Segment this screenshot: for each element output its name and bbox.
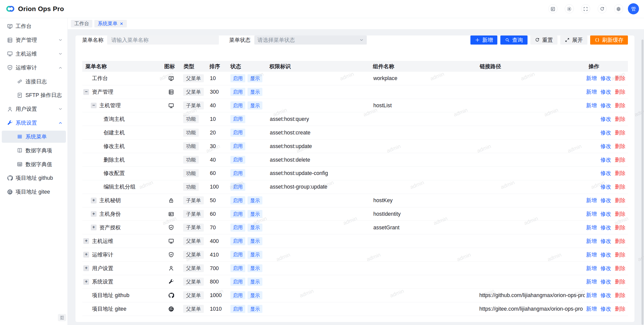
row-edit-link[interactable]: 修改 <box>600 129 611 136</box>
row-add-link[interactable]: 新增 <box>586 197 597 204</box>
user-avatar[interactable]: 管 <box>628 3 639 14</box>
collapse-row-button[interactable]: − <box>91 103 97 109</box>
sidebar-item-工作台[interactable]: 工作台 <box>0 19 67 33</box>
row-add-link[interactable]: 新增 <box>586 278 597 285</box>
row-delete-link[interactable]: 删除 <box>615 292 625 299</box>
row-add-link[interactable]: 新增 <box>586 265 597 272</box>
row-delete-link[interactable]: 删除 <box>615 129 625 136</box>
row-edit-link[interactable]: 修改 <box>600 238 611 245</box>
row-edit-link[interactable]: 修改 <box>600 170 611 177</box>
row-delete-link[interactable]: 删除 <box>615 305 625 312</box>
settings-button[interactable] <box>614 4 623 13</box>
row-edit-link[interactable]: 修改 <box>600 305 611 312</box>
row-add-link[interactable]: 新增 <box>586 88 597 95</box>
row-delete-link[interactable]: 删除 <box>615 102 625 109</box>
menu-name-input[interactable] <box>107 35 219 45</box>
sidebar-item-项目地址 gitee[interactable]: 项目地址 gitee <box>0 185 67 199</box>
tab-工作台[interactable]: 工作台 <box>71 20 92 27</box>
fullscreen-button[interactable] <box>581 4 590 13</box>
theme-toggle-button[interactable] <box>565 4 574 13</box>
row-edit-link[interactable]: 修改 <box>600 116 611 123</box>
app-logo[interactable]: Orion Ops Pro <box>0 4 64 13</box>
expand-row-button[interactable]: + <box>91 211 97 217</box>
row-add-link[interactable]: 新增 <box>586 305 597 312</box>
row-edit-link[interactable]: 修改 <box>600 197 611 204</box>
menu-icon-cell <box>164 103 183 109</box>
permission-cell: asset:host-group:update <box>267 184 370 190</box>
row-edit-link[interactable]: 修改 <box>600 265 611 272</box>
row-delete-link[interactable]: 删除 <box>615 170 625 177</box>
expand-row-button[interactable]: + <box>91 225 97 230</box>
row-delete-link[interactable]: 删除 <box>615 210 625 218</box>
row-add-link[interactable]: 新增 <box>586 292 597 299</box>
row-edit-link[interactable]: 修改 <box>600 183 611 190</box>
expand-row-button[interactable]: + <box>83 279 89 285</box>
row-edit-link[interactable]: 修改 <box>600 102 611 109</box>
sidebar-item-系统菜单[interactable]: 系统菜单 <box>2 131 66 142</box>
sidebar-item-用户设置[interactable]: 用户设置 <box>0 102 67 116</box>
row-add-link[interactable]: 新增 <box>586 251 597 258</box>
row-delete-link[interactable]: 删除 <box>615 251 625 258</box>
sidebar-item-项目地址 github[interactable]: 项目地址 github <box>0 171 67 185</box>
close-icon[interactable] <box>119 22 124 26</box>
page-scrollbar[interactable] <box>641 40 643 325</box>
row-delete-link[interactable]: 删除 <box>615 183 625 190</box>
menu-status-select[interactable]: 请选择菜单状态 <box>254 35 367 45</box>
refresh-cache-button[interactable]: 刷新缓存 <box>590 35 628 45</box>
row-delete-link[interactable]: 删除 <box>615 197 625 204</box>
row-delete-link[interactable]: 删除 <box>615 116 625 123</box>
expand-row-button[interactable]: + <box>91 198 97 203</box>
tab-label: 工作台 <box>74 20 89 27</box>
row-edit-link[interactable]: 修改 <box>600 88 611 95</box>
search-button[interactable]: 查询 <box>500 35 528 45</box>
sidebar-item-数据字典项[interactable]: 数据字典项 <box>0 143 67 157</box>
sidebar-menu: 工作台资产管理主机运维运维审计连接日志SFTP 操作日志用户设置系统设置系统菜单… <box>0 18 67 199</box>
row-edit-link[interactable]: 修改 <box>600 156 611 163</box>
sidebar-item-SFTP 操作日志[interactable]: SFTP 操作日志 <box>0 88 67 102</box>
row-add-link[interactable]: 新增 <box>586 224 597 231</box>
row-add-link[interactable]: 新增 <box>586 102 597 109</box>
reload-button[interactable] <box>598 4 607 13</box>
sidebar-item-主机运维[interactable]: 主机运维 <box>0 47 67 61</box>
sort-cell: 300 <box>209 89 228 95</box>
sidebar-collapse-button[interactable] <box>58 314 66 321</box>
row-delete-link[interactable]: 删除 <box>615 238 625 245</box>
menu-name-cell: +主机运维 <box>82 238 165 245</box>
row-edit-link[interactable]: 修改 <box>600 210 611 218</box>
menu-name-cell: 修改主机 <box>82 143 165 150</box>
sidebar-item-资产管理[interactable]: 资产管理 <box>0 33 67 47</box>
expand-row-button[interactable]: + <box>83 252 89 258</box>
expand-row-button[interactable]: + <box>83 265 89 271</box>
row-delete-link[interactable]: 删除 <box>615 75 625 82</box>
row-delete-link[interactable]: 删除 <box>615 156 625 163</box>
row-edit-link[interactable]: 修改 <box>600 278 611 285</box>
sidebar-item-连接日志[interactable]: 连接日志 <box>0 75 67 88</box>
expand-row-button[interactable]: + <box>83 238 89 244</box>
menu-name-text: 主机秘钥 <box>99 197 121 204</box>
sidebar-item-系统设置[interactable]: 系统设置 <box>0 116 67 130</box>
row-delete-link[interactable]: 删除 <box>615 278 625 285</box>
row-edit-link[interactable]: 修改 <box>600 251 611 258</box>
row-add-link[interactable]: 新增 <box>586 238 597 245</box>
add-button[interactable]: 新增 <box>470 35 498 45</box>
reset-button[interactable]: 重置 <box>530 35 557 45</box>
row-delete-link[interactable]: 删除 <box>615 143 625 150</box>
sidebar-item-数据字典值[interactable]: 数据字典值 <box>0 157 67 171</box>
collapse-row-button[interactable]: − <box>83 89 89 95</box>
user-icon <box>7 106 13 112</box>
table-row: 创建主机功能20启用asset:host:create修改删除 <box>82 126 628 139</box>
row-add-link[interactable]: 新增 <box>586 75 597 82</box>
expand-button[interactable]: 展开 <box>560 35 587 45</box>
row-delete-link[interactable]: 删除 <box>615 224 625 231</box>
row-edit-link[interactable]: 修改 <box>600 75 611 82</box>
tab-系统菜单[interactable]: 系统菜单 <box>94 20 127 27</box>
row-add-link[interactable]: 新增 <box>586 210 597 218</box>
row-edit-link[interactable]: 修改 <box>600 143 611 150</box>
row-edit-link[interactable]: 修改 <box>600 224 611 231</box>
sort-cell: 10 <box>209 75 228 81</box>
sidebar-item-运维审计[interactable]: 运维审计 <box>0 61 67 75</box>
row-delete-link[interactable]: 删除 <box>615 88 625 95</box>
row-edit-link[interactable]: 修改 <box>600 292 611 299</box>
code-toggle-button[interactable] <box>548 4 557 13</box>
row-delete-link[interactable]: 删除 <box>615 265 625 272</box>
